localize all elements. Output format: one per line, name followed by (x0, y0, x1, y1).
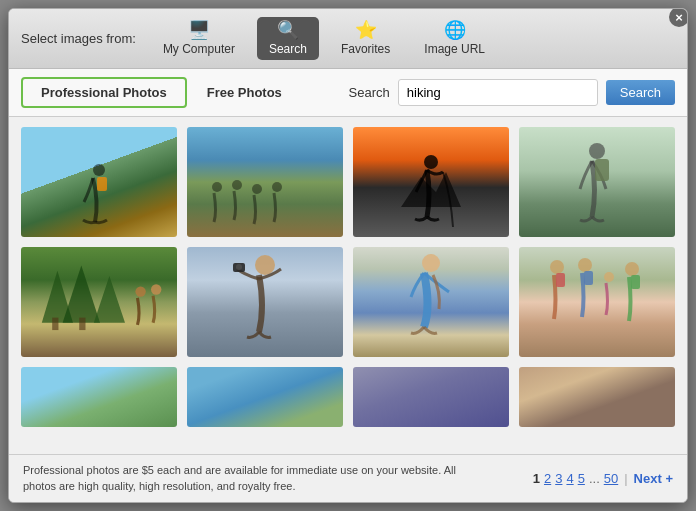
svg-point-18 (236, 264, 242, 270)
svg-point-2 (212, 182, 222, 192)
page-3[interactable]: 3 (555, 471, 562, 486)
page-ellipsis: ... (589, 471, 600, 486)
svg-point-0 (93, 164, 105, 176)
page-5[interactable]: 5 (578, 471, 585, 486)
tab-search[interactable]: 🔍 Search (257, 17, 319, 60)
sub-tab-professional[interactable]: Professional Photos (21, 77, 187, 108)
tab-my-computer[interactable]: 🖥️ My Computer (151, 17, 247, 60)
svg-point-25 (625, 262, 639, 276)
image-item-5[interactable] (21, 247, 177, 357)
header-bar: Select images from: 🖥️ My Computer 🔍 Sea… (9, 9, 687, 69)
svg-point-22 (578, 258, 592, 272)
svg-rect-8 (595, 159, 609, 181)
sub-tabs-bar: Professional Photos Free Photos Search S… (9, 69, 687, 117)
footer-bar: Professional photos are $5 each and are … (9, 454, 687, 502)
svg-point-15 (151, 284, 161, 294)
svg-point-6 (424, 155, 438, 169)
image-picker-dialog: × Select images from: 🖥️ My Computer 🔍 S… (8, 8, 688, 503)
svg-point-20 (550, 260, 564, 274)
search-button[interactable]: Search (606, 80, 675, 105)
favorites-icon: ⭐ (355, 21, 377, 39)
svg-point-7 (589, 143, 605, 159)
svg-rect-23 (584, 271, 593, 285)
search-input[interactable] (398, 79, 598, 106)
page-4[interactable]: 4 (566, 471, 573, 486)
tab-favorites[interactable]: ⭐ Favorites (329, 17, 402, 60)
image-item-1[interactable] (21, 127, 177, 237)
image-item-12[interactable] (519, 367, 675, 427)
image-item-7[interactable] (353, 247, 509, 357)
svg-point-14 (135, 286, 145, 296)
sub-tab-free[interactable]: Free Photos (187, 77, 302, 108)
tab-image-url[interactable]: 🌐 Image URL (412, 17, 497, 60)
svg-marker-10 (63, 266, 100, 323)
footer-notice: Professional photos are $5 each and are … (23, 463, 483, 494)
image-item-10[interactable] (187, 367, 343, 427)
image-item-4[interactable] (519, 127, 675, 237)
page-50[interactable]: 50 (604, 471, 618, 486)
svg-rect-1 (97, 177, 107, 191)
svg-point-19 (422, 254, 440, 272)
tab-favorites-label: Favorites (341, 42, 390, 56)
svg-rect-13 (79, 318, 85, 330)
next-button[interactable]: Next + (634, 471, 673, 486)
tab-image-url-label: Image URL (424, 42, 485, 56)
image-item-3[interactable] (353, 127, 509, 237)
tab-search-label: Search (269, 42, 307, 56)
svg-point-3 (232, 180, 242, 190)
header-label: Select images from: (21, 31, 136, 46)
image-item-8[interactable] (519, 247, 675, 357)
url-icon: 🌐 (444, 21, 466, 39)
page-1[interactable]: 1 (533, 471, 540, 486)
svg-rect-12 (52, 318, 58, 330)
search-area: Search Search (349, 79, 675, 106)
image-item-9[interactable] (21, 367, 177, 427)
pagination: 1 2 3 4 5 ... 50 | Next + (533, 471, 673, 486)
search-tab-icon: 🔍 (277, 21, 299, 39)
svg-point-5 (272, 182, 282, 192)
svg-point-16 (255, 255, 275, 275)
image-item-11[interactable] (353, 367, 509, 427)
svg-point-24 (604, 272, 614, 282)
computer-icon: 🖥️ (188, 21, 210, 39)
svg-rect-26 (631, 275, 640, 289)
page-divider: | (624, 471, 627, 486)
svg-marker-11 (94, 276, 125, 323)
image-item-6[interactable] (187, 247, 343, 357)
svg-point-4 (252, 184, 262, 194)
tab-my-computer-label: My Computer (163, 42, 235, 56)
page-2[interactable]: 2 (544, 471, 551, 486)
close-button[interactable]: × (669, 8, 688, 27)
image-item-2[interactable] (187, 127, 343, 237)
search-label: Search (349, 85, 390, 100)
image-grid (9, 117, 687, 454)
svg-rect-21 (556, 273, 565, 287)
